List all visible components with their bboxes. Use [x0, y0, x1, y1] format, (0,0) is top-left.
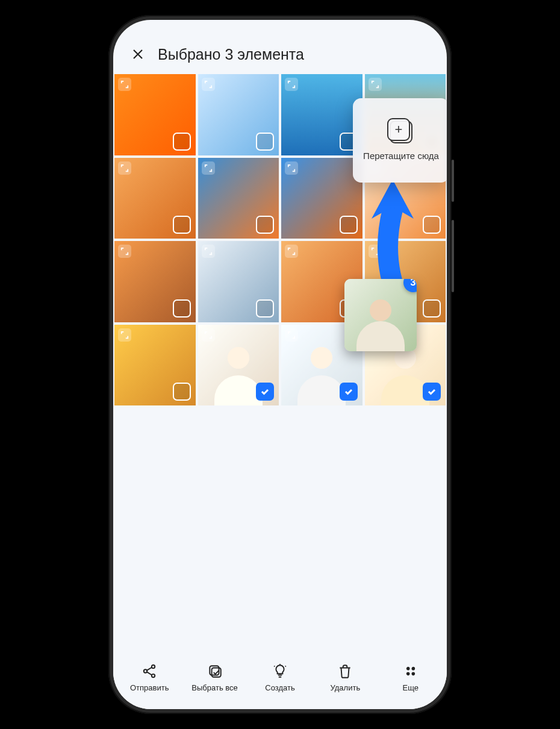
delete-label: Удалить — [331, 683, 361, 692]
more-button[interactable]: Еще — [387, 663, 435, 692]
page-title: Выбрано 3 элемента — [158, 46, 304, 63]
select-checkbox[interactable] — [423, 299, 441, 318]
close-button[interactable] — [129, 45, 147, 63]
more-label: Еще — [403, 683, 418, 692]
select-all-button[interactable]: Выбрать все — [191, 663, 239, 692]
svg-point-5 — [407, 668, 409, 670]
dragged-preview[interactable]: 3 — [344, 279, 417, 351]
expand-icon — [202, 328, 215, 342]
expand-icon — [118, 245, 131, 258]
photo-thumb[interactable] — [198, 325, 279, 406]
delete-button[interactable]: Удалить — [321, 663, 369, 692]
select-checkbox[interactable] — [256, 299, 274, 318]
select-checkbox[interactable] — [256, 133, 274, 151]
add-stack-icon — [390, 120, 412, 143]
svg-point-6 — [412, 668, 414, 670]
create-button[interactable]: Создать — [256, 663, 304, 692]
select-checkbox[interactable] — [423, 216, 441, 234]
lightbulb-icon — [272, 663, 288, 679]
phone-frame: Выбрано 3 элемента Перетащите сюда 3 — [108, 15, 452, 714]
photo-thumb[interactable] — [198, 158, 279, 239]
photo-thumb[interactable] — [281, 74, 362, 155]
more-icon — [403, 663, 418, 679]
create-label: Создать — [265, 683, 294, 692]
trash-icon — [337, 663, 353, 679]
select-checkbox[interactable] — [173, 133, 191, 151]
select-checkbox[interactable] — [256, 383, 274, 401]
expand-icon — [202, 245, 215, 258]
photo-thumb[interactable] — [198, 241, 279, 322]
send-label: Отправить — [130, 683, 169, 692]
drop-zone[interactable]: Перетащите сюда — [353, 98, 447, 183]
hw-button — [452, 220, 454, 292]
drop-zone-label: Перетащите сюда — [363, 151, 439, 161]
expand-icon — [285, 161, 298, 175]
expand-icon — [285, 78, 298, 91]
stage: Выбрано 3 элемента Перетащите сюда 3 — [0, 0, 560, 729]
expand-icon — [285, 328, 298, 342]
bottom-toolbar: Отправить Выбрать все Создать Удалить Ещ… — [113, 654, 447, 709]
expand-icon — [285, 245, 298, 258]
send-button[interactable]: Отправить — [125, 663, 173, 692]
select-checkbox[interactable] — [173, 299, 191, 318]
close-icon — [131, 47, 145, 61]
screen: Выбрано 3 элемента Перетащите сюда 3 — [113, 20, 447, 709]
photo-thumb[interactable] — [114, 74, 196, 155]
expand-icon — [118, 328, 131, 342]
select-checkbox[interactable] — [423, 383, 441, 401]
header: Выбрано 3 элемента — [113, 20, 447, 74]
photo-thumb[interactable] — [281, 158, 362, 239]
expand-icon — [118, 78, 131, 91]
select-all-label: Выбрать все — [191, 683, 237, 692]
photo-thumb[interactable] — [198, 74, 279, 155]
photo-thumb[interactable] — [114, 325, 196, 406]
select-checkbox[interactable] — [256, 216, 274, 234]
share-icon — [142, 663, 157, 679]
select-checkbox[interactable] — [173, 216, 191, 234]
expand-icon — [369, 78, 382, 91]
expand-icon — [202, 78, 215, 91]
select-checkbox[interactable] — [340, 383, 358, 401]
select-checkbox[interactable] — [340, 216, 358, 234]
photo-thumb[interactable] — [114, 241, 196, 322]
dragged-image — [344, 279, 417, 351]
expand-icon — [118, 161, 131, 175]
svg-point-8 — [412, 672, 414, 675]
photo-thumb[interactable] — [114, 158, 196, 239]
expand-icon — [202, 161, 215, 175]
hw-button — [452, 160, 454, 202]
select-checkbox[interactable] — [173, 383, 191, 401]
svg-point-7 — [407, 672, 409, 675]
select-all-icon — [207, 663, 223, 679]
